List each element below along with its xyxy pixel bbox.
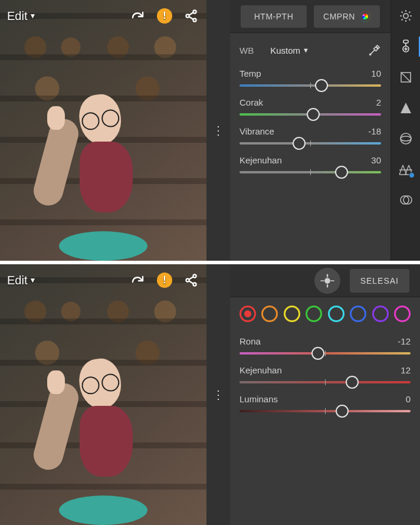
redo-icon[interactable]: [130, 8, 146, 24]
edit-dropdown[interactable]: Edit ▼: [7, 9, 36, 23]
svg-point-15: [325, 278, 330, 283]
slider-thumb[interactable]: [293, 137, 306, 150]
slider-luminance[interactable]: Luminans0: [239, 394, 411, 412]
warning-icon[interactable]: !: [157, 8, 172, 24]
photo-topbar: Edit ▼ !: [0, 0, 206, 32]
color-swatch[interactable]: [328, 306, 344, 322]
svg-point-2: [193, 18, 196, 21]
slider-tint[interactable]: Corak2: [239, 97, 381, 116]
color-swatch-row: [239, 306, 411, 322]
svg-point-8: [401, 133, 411, 144]
color-swatch[interactable]: [394, 306, 411, 322]
slider-thumb[interactable]: [307, 108, 320, 121]
slider-hue[interactable]: Rona-12: [239, 336, 411, 355]
slider-temp[interactable]: Temp10: [239, 68, 381, 87]
color-icon[interactable]: [398, 39, 414, 54]
caret-down-icon: ▼: [29, 276, 36, 284]
svg-rect-5: [403, 40, 408, 43]
svg-point-4: [403, 14, 408, 18]
svg-point-12: [186, 278, 189, 281]
crop-icon[interactable]: [398, 70, 414, 85]
warning-icon[interactable]: !: [157, 273, 172, 288]
overflow-menu-icon[interactable]: ⋮: [206, 264, 230, 525]
svg-point-14: [193, 283, 196, 286]
color-swatch[interactable]: [284, 306, 300, 322]
wb-preset-dropdown[interactable]: Kustom▼: [270, 45, 309, 55]
slider-thumb[interactable]: [315, 79, 328, 92]
compare-tabs: HTM-PTH CMPRN: [230, 0, 391, 33]
slider-saturation[interactable]: Kejenuhan12: [239, 365, 411, 383]
svg-point-3: [370, 54, 371, 55]
geometry-icon[interactable]: [398, 192, 414, 208]
photo-topbar: Edit ▼ !: [0, 264, 206, 296]
edit-label: Edit: [7, 274, 27, 287]
color-swatch[interactable]: [350, 306, 366, 322]
color-mix-header: SELESAI: [230, 264, 420, 297]
slider-thumb[interactable]: [311, 347, 324, 360]
tab-htm-pth[interactable]: HTM-PTH: [241, 5, 307, 28]
caret-down-icon: ▼: [29, 12, 36, 20]
slider-thumb[interactable]: [346, 376, 359, 389]
edit-dropdown[interactable]: Edit ▼: [7, 274, 36, 287]
redo-icon[interactable]: [130, 272, 146, 288]
overflow-menu-icon[interactable]: ⋮: [206, 0, 230, 261]
svg-point-13: [193, 274, 196, 277]
color-swatch[interactable]: [306, 306, 322, 322]
photo-preview[interactable]: Edit ▼ !: [0, 0, 206, 261]
photo-preview[interactable]: Edit ▼ !: [0, 264, 206, 525]
color-swatch[interactable]: [372, 306, 389, 322]
slider-thumb[interactable]: [335, 166, 348, 179]
slider-thumb[interactable]: [336, 405, 349, 418]
panel-color-basic: Edit ▼ ! ⋮ HTM-PTH: [0, 0, 420, 264]
right-tool-rail: [391, 0, 420, 261]
effects-icon[interactable]: [398, 100, 414, 116]
color-swatch[interactable]: [261, 306, 278, 322]
eyedropper-icon[interactable]: [368, 44, 381, 57]
share-icon[interactable]: [183, 8, 199, 24]
controls-color-mix: SELESAI Rona-12 Kejenuhan12 Luminans0: [230, 264, 420, 525]
done-button[interactable]: SELESAI: [350, 269, 409, 293]
color-swatch[interactable]: [239, 306, 256, 322]
detail-icon[interactable]: [398, 131, 414, 146]
badge-dot-icon: [409, 172, 415, 178]
light-icon[interactable]: [398, 8, 414, 24]
optics-icon[interactable]: [398, 162, 414, 177]
wb-label: WB: [239, 45, 254, 55]
panel-color-mix: Edit ▼ ! ⋮: [0, 264, 420, 525]
white-balance-row: WB Kustom▼: [239, 44, 381, 57]
svg-point-9: [401, 136, 411, 141]
svg-point-1: [193, 10, 196, 13]
edit-label: Edit: [7, 9, 27, 23]
svg-point-0: [186, 14, 189, 17]
slider-saturation[interactable]: Kejenuhan30: [239, 155, 381, 173]
controls-color: HTM-PTH CMPRN WB Kustom▼ T: [230, 0, 420, 261]
targeted-adjust-button[interactable]: [314, 268, 340, 294]
tab-cmprn[interactable]: CMPRN: [314, 5, 380, 28]
share-icon[interactable]: [183, 272, 199, 288]
color-wheel-icon: [360, 11, 370, 22]
slider-vibrance[interactable]: Vibrance-18: [239, 126, 381, 145]
